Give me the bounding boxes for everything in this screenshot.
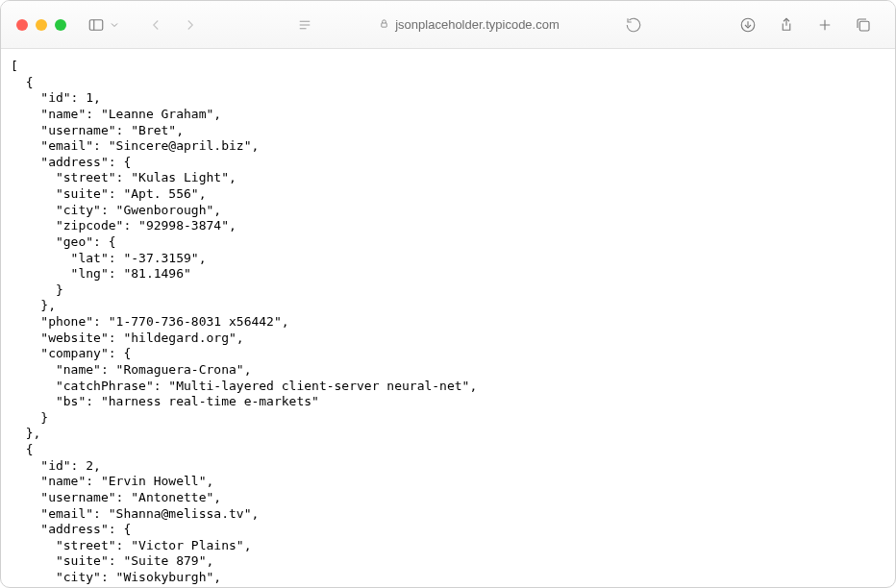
- address-bar[interactable]: jsonplaceholder.typicode.com: [286, 12, 652, 38]
- forward-icon[interactable]: [180, 14, 201, 36]
- close-icon[interactable]: [16, 19, 28, 31]
- reader-icon[interactable]: [294, 14, 315, 36]
- svg-rect-5: [382, 23, 387, 27]
- minimize-icon[interactable]: [36, 19, 47, 31]
- window-controls: [16, 19, 66, 31]
- downloads-icon[interactable]: [737, 14, 759, 36]
- chevron-down-icon[interactable]: [109, 14, 120, 36]
- share-icon[interactable]: [776, 14, 797, 36]
- lock-icon: [379, 17, 389, 32]
- reload-icon[interactable]: [623, 14, 644, 36]
- sidebar-icon[interactable]: [86, 14, 107, 36]
- back-icon[interactable]: [145, 14, 166, 36]
- plus-icon[interactable]: [814, 14, 835, 36]
- browser-toolbar: jsonplaceholder.typicode.com: [1, 1, 895, 49]
- fullscreen-icon[interactable]: [55, 19, 66, 31]
- page-content-json: [ { "id": 1, "name": "Leanne Graham", "u…: [1, 49, 895, 588]
- svg-rect-11: [859, 21, 869, 31]
- address-host: jsonplaceholder.typicode.com: [395, 17, 560, 32]
- tabs-icon[interactable]: [853, 14, 874, 36]
- svg-rect-0: [89, 19, 103, 30]
